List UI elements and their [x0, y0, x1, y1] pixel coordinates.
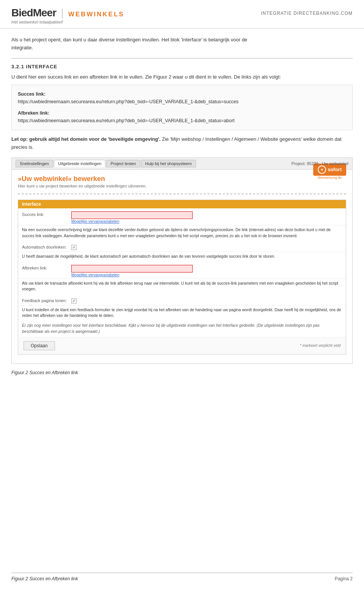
sofort-circle-icon: ●	[318, 165, 326, 174]
logo-divider: |	[58, 7, 66, 19]
afbreken-link-item: Afbreken link: https://uwbiedmeernaam.se…	[18, 109, 346, 124]
sofort-logo-area: ● sofort überweisung.de	[313, 164, 346, 180]
section-number: 3.2.1	[11, 64, 24, 69]
panel-afbreken-row: Afbreken link: Mogelijke vervangvariabel…	[18, 262, 346, 279]
succes-link-url: https://uwbiedmeernaam.securearea.eu/ret…	[18, 98, 346, 106]
intro-paragraph: Als u het project opent, dan kunt u daar…	[11, 36, 353, 52]
interface-panel-header: Interface	[18, 200, 346, 208]
afbreken-link-label: Afbreken link:	[18, 109, 346, 117]
panel-auto-desc: U heeft daarnaast de mogelijkheid, de kl…	[18, 252, 346, 262]
panel-afbreken-input-area: Mogelijke vervangvariabelen	[71, 265, 342, 277]
panel-extra-info: Er zijn nog meer instellingen voor het i…	[18, 321, 346, 337]
section-title: INTERFACE	[26, 64, 58, 69]
sofort-sub: überweisung.de	[313, 176, 346, 180]
screenshot-frame: Snelinstellingen Uitgebreide instellinge…	[11, 157, 353, 364]
footer-figure-caption: Figuur 2 Succes en Afbreken link	[11, 576, 78, 581]
screenshot-nav-tabs: Snelinstellingen Uitgebreide instellinge…	[16, 160, 196, 167]
tab-uitgebreide[interactable]: Uitgebreide instellingen	[54, 160, 105, 167]
succes-link-input[interactable]	[71, 211, 193, 219]
feedback-checkbox[interactable]: ✓	[71, 298, 77, 304]
section-divider	[11, 58, 353, 58]
succes-link-label: Succes link:	[18, 90, 346, 98]
page-footer: Figuur 2 Succes en Afbreken link Pagina …	[11, 573, 353, 581]
panel-afbreken-desc: Als uw klant de transactie afbreekt komt…	[18, 279, 346, 295]
main-content: Als u het project opent, dan kunt u daar…	[0, 28, 364, 383]
dashed-separator	[18, 194, 346, 194]
section-heading: 3.2.1 INTERFACE	[11, 64, 353, 69]
brand-bied: BiedMeer	[11, 7, 56, 19]
screenshot-title: »Uw webwinkel« bewerken	[18, 175, 346, 183]
logo-tagline: Hét webwinkel totaalpakket!	[11, 20, 124, 24]
succes-link-item: Succes link: https://uwbiedmeernaam.secu…	[18, 90, 346, 106]
auto-checkbox[interactable]: ✓	[71, 245, 77, 250]
panel-succes-label: Succes link:	[22, 211, 71, 217]
sofort-label: sofort	[328, 167, 342, 172]
tab-snelinstellingen[interactable]: Snelinstellingen	[16, 160, 53, 167]
interface-panel: Interface Succes link: Mogelijke vervang…	[18, 200, 346, 354]
panel-auto-row: Automatisch doorlinken: ✓	[18, 241, 346, 252]
afbreken-mogelijke-link[interactable]: Mogelijke vervangvariabelen	[71, 273, 342, 277]
section-desc: U dient hier een succes link en een afbr…	[11, 73, 353, 81]
screenshot-nav: Snelinstellingen Uitgebreide instellinge…	[12, 158, 352, 170]
panel-feedback-input-area: ✓	[71, 298, 342, 304]
logo-area: BiedMeer | WEBWINKELS Hét webwinkel tota…	[11, 7, 124, 24]
panel-auto-input-area: ✓	[71, 244, 342, 250]
panel-feedback-label: Feedback pagina tonen:	[22, 298, 71, 303]
panel-succes-row: Succes link: Mogelijke vervangvariabelen	[18, 208, 346, 225]
intro-line1: Als u het project opent, dan kunt u daar…	[11, 37, 247, 43]
save-button[interactable]: Opslaan	[24, 341, 55, 350]
panel-feedback-row: Feedback pagina tonen: ✓	[18, 294, 346, 306]
figure-caption: Figuur 2 Succes en Afbreken link	[11, 370, 353, 375]
panel-auto-label: Automatisch doorlinken:	[22, 244, 71, 249]
panel-afbreken-label: Afbreken link:	[22, 265, 71, 270]
logo-brand: BiedMeer | WEBWINKELS	[11, 7, 124, 19]
page-header: BiedMeer | WEBWINKELS Hét webwinkel tota…	[0, 0, 364, 28]
succes-mogelijke-link[interactable]: Mogelijke vervangvariabelen	[71, 219, 342, 224]
brand-webwinkels: WEBWINKELS	[68, 11, 124, 18]
panel-succes-input-area: Mogelijke vervangvariabelen	[71, 211, 342, 224]
panel-save-row: Opslaan * markeert verplicht veld	[18, 337, 346, 354]
panel-feedback-desc: U kunt instellen of de klant een feedbac…	[18, 306, 346, 321]
screenshot-project-label: Project: 95239 - Uw webwinkel	[292, 161, 348, 166]
required-note: * markeert verplicht veld	[300, 343, 340, 348]
afbreken-link-input[interactable]	[71, 265, 193, 272]
panel-succes-desc: Na een succesvolle overschrijving krijgt…	[18, 225, 346, 241]
integration-title: INTEGRATIE DIRECTEBANKING.COM	[261, 11, 353, 16]
screenshot-subtitle: Hier kunt u uw project bewerken en uitge…	[18, 184, 346, 188]
tab-hulp[interactable]: Hulp bij het shopsysteem	[141, 160, 196, 167]
intro-line2: integratie.	[11, 45, 33, 50]
footer-page-number: Pagina 2	[335, 576, 353, 581]
warning-text: Let op: gebruik altijd het domein voor d…	[11, 135, 353, 151]
link-list-area: Succes link: https://uwbiedmeernaam.secu…	[11, 85, 353, 130]
tab-project-testen[interactable]: Project testen	[106, 160, 140, 167]
afbreken-link-url: https://uwbiedmeernaam.securearea.eu/ret…	[18, 117, 346, 124]
interface-panel-body: Succes link: Mogelijke vervangvariabelen…	[18, 208, 346, 354]
screenshot-body: ● sofort überweisung.de »Uw webwinkel« b…	[12, 170, 352, 364]
warning-strong: Let op: gebruik altijd het domein voor d…	[11, 136, 160, 142]
